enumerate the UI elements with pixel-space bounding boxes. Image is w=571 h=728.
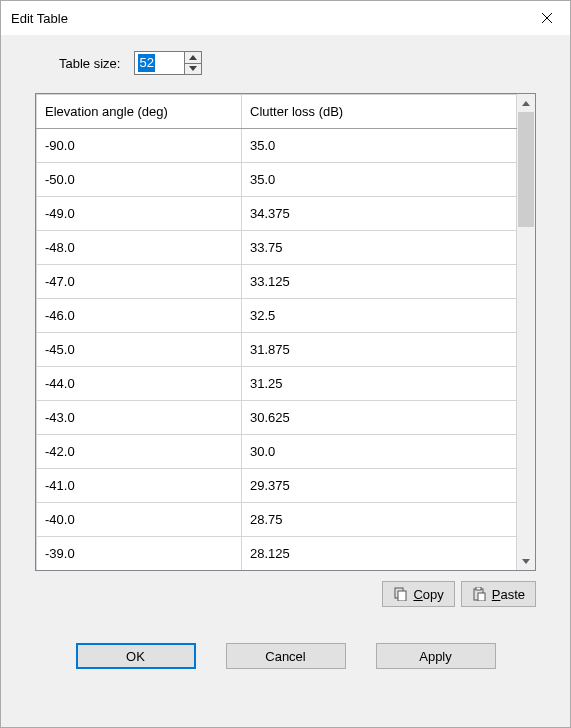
scrollbar-track[interactable] <box>517 112 535 552</box>
cell-elevation[interactable]: -90.0 <box>37 129 242 163</box>
copy-icon <box>393 587 407 601</box>
cell-elevation[interactable]: -40.0 <box>37 503 242 537</box>
cell-clutter-loss[interactable]: 28.125 <box>242 537 517 571</box>
svg-rect-1 <box>398 591 406 601</box>
cell-elevation[interactable]: -46.0 <box>37 299 242 333</box>
cell-clutter-loss[interactable]: 35.0 <box>242 163 517 197</box>
paste-button[interactable]: Paste <box>461 581 536 607</box>
cell-clutter-loss[interactable]: 34.375 <box>242 197 517 231</box>
table-container: Elevation angle (deg) Clutter loss (dB) … <box>35 93 536 571</box>
table-row: -39.028.125 <box>37 537 517 571</box>
cell-clutter-loss[interactable]: 30.625 <box>242 401 517 435</box>
ok-button[interactable]: OK <box>76 643 196 669</box>
data-table: Elevation angle (deg) Clutter loss (dB) … <box>36 94 517 570</box>
cell-elevation[interactable]: -39.0 <box>37 537 242 571</box>
column-header-elevation[interactable]: Elevation angle (deg) <box>37 95 242 129</box>
table-scroll-area: Elevation angle (deg) Clutter loss (dB) … <box>36 94 517 570</box>
cell-elevation[interactable]: -44.0 <box>37 367 242 401</box>
table-size-label: Table size: <box>59 56 120 71</box>
chevron-up-icon <box>189 55 197 60</box>
table-row: -48.033.75 <box>37 231 517 265</box>
paste-icon <box>472 587 486 601</box>
table-row: -42.030.0 <box>37 435 517 469</box>
cell-clutter-loss[interactable]: 31.875 <box>242 333 517 367</box>
table-row: -46.032.5 <box>37 299 517 333</box>
paste-label: Paste <box>492 587 525 602</box>
scrollbar-down-button[interactable] <box>517 552 535 570</box>
svg-rect-4 <box>478 593 485 601</box>
cell-clutter-loss[interactable]: 31.25 <box>242 367 517 401</box>
chevron-down-icon <box>189 66 197 71</box>
chevron-down-icon <box>522 559 530 564</box>
cell-clutter-loss[interactable]: 29.375 <box>242 469 517 503</box>
table-row: -90.035.0 <box>37 129 517 163</box>
spinner-down-button[interactable] <box>185 64 201 75</box>
cell-clutter-loss[interactable]: 33.125 <box>242 265 517 299</box>
titlebar: Edit Table <box>1 1 570 35</box>
cell-elevation[interactable]: -43.0 <box>37 401 242 435</box>
table-row: -43.030.625 <box>37 401 517 435</box>
cancel-button[interactable]: Cancel <box>226 643 346 669</box>
copy-button[interactable]: Copy <box>382 581 454 607</box>
column-header-clutter[interactable]: Clutter loss (dB) <box>242 95 517 129</box>
chevron-up-icon <box>522 101 530 106</box>
table-row: -49.034.375 <box>37 197 517 231</box>
cell-clutter-loss[interactable]: 35.0 <box>242 129 517 163</box>
table-row: -40.028.75 <box>37 503 517 537</box>
cell-clutter-loss[interactable]: 33.75 <box>242 231 517 265</box>
table-size-row: Table size: 52 <box>59 51 546 75</box>
table-row: -41.029.375 <box>37 469 517 503</box>
table-header-row: Elevation angle (deg) Clutter loss (dB) <box>37 95 517 129</box>
cell-clutter-loss[interactable]: 28.75 <box>242 503 517 537</box>
dialog-content: Table size: 52 <box>1 35 570 727</box>
spinner-up-button[interactable] <box>185 52 201 64</box>
close-button[interactable] <box>524 1 570 35</box>
cell-elevation[interactable]: -50.0 <box>37 163 242 197</box>
cell-clutter-loss[interactable]: 32.5 <box>242 299 517 333</box>
cell-elevation[interactable]: -41.0 <box>37 469 242 503</box>
close-icon <box>541 12 553 24</box>
apply-button[interactable]: Apply <box>376 643 496 669</box>
cell-elevation[interactable]: -47.0 <box>37 265 242 299</box>
cell-elevation[interactable]: -45.0 <box>37 333 242 367</box>
table-size-input[interactable] <box>134 51 184 75</box>
table-size-spinner: 52 <box>134 51 202 75</box>
cell-elevation[interactable]: -48.0 <box>37 231 242 265</box>
table-row: -45.031.875 <box>37 333 517 367</box>
copy-paste-row: Copy Paste <box>25 581 536 607</box>
window-title: Edit Table <box>11 11 68 26</box>
spinner-buttons <box>184 51 202 75</box>
table-row: -47.033.125 <box>37 265 517 299</box>
scrollbar-up-button[interactable] <box>517 94 535 112</box>
dialog-button-row: OK Cancel Apply <box>25 607 546 689</box>
cell-elevation[interactable]: -49.0 <box>37 197 242 231</box>
svg-rect-3 <box>476 587 481 590</box>
table-row: -50.035.0 <box>37 163 517 197</box>
cell-clutter-loss[interactable]: 30.0 <box>242 435 517 469</box>
copy-label: Copy <box>413 587 443 602</box>
dialog-window: Edit Table Table size: 52 <box>0 0 571 728</box>
cell-elevation[interactable]: -42.0 <box>37 435 242 469</box>
table-row: -44.031.25 <box>37 367 517 401</box>
scrollbar-thumb[interactable] <box>518 112 534 227</box>
vertical-scrollbar[interactable] <box>517 94 535 570</box>
